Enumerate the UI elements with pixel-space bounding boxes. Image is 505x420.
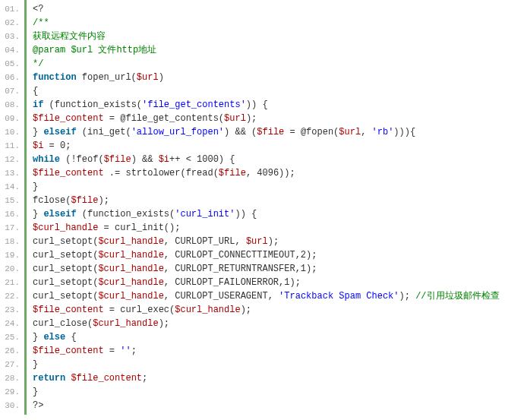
token-kw: elseif — [43, 127, 76, 137]
code-line: } elseif (ini_get('allow_url_fopen') && … — [33, 125, 505, 139]
token-var: $file — [104, 154, 131, 165]
code-line: curl_close($curl_handle); — [33, 317, 505, 330]
code-line: curl_setopt($curl_handle, CURLOPT_FAILON… — [33, 276, 505, 289]
token-plain: curl_setopt( — [33, 291, 98, 302]
line-number: 13. — [0, 166, 24, 180]
token-plain: (ini_get( — [77, 127, 131, 137]
token-plain: ); — [268, 236, 279, 247]
token-plain: ) — [159, 72, 164, 83]
line-number: 17. — [0, 221, 24, 235]
token-var: $file_content — [33, 346, 104, 356]
code-line: if (function_exists('file_get_contents')… — [33, 98, 505, 112]
token-plain: ); — [98, 195, 109, 206]
token-kw: return — [33, 373, 65, 384]
line-number: 27. — [0, 358, 24, 371]
token-kw: if — [33, 99, 43, 110]
line-number: 19. — [0, 248, 24, 262]
line-number: 02. — [0, 16, 24, 30]
line-number: 26. — [0, 344, 24, 358]
code-block: 01.02.03.04.05.06.07.08.09.10.11.12.13.1… — [0, 0, 505, 415]
line-number: 06. — [0, 71, 24, 84]
token-plain: curl_setopt( — [33, 277, 98, 288]
line-number: 22. — [0, 289, 24, 303]
token-plain: = @file_get_contents( — [104, 113, 224, 124]
token-plain: ))){ — [393, 127, 415, 137]
token-plain: ) && ( — [224, 127, 257, 137]
code-line: $file_content = @file_get_contents($url)… — [33, 112, 505, 125]
line-number: 11. — [0, 139, 24, 153]
line-number: 12. — [0, 153, 24, 166]
code-line: $file_content = ''; — [33, 344, 505, 358]
token-plain: fclose( — [33, 195, 71, 206]
token-plain: , CURLOPT_CONNECTTIMEOUT,2); — [164, 250, 317, 261]
token-plain: = — [104, 346, 121, 356]
token-plain: } — [33, 182, 38, 192]
code-line: } — [33, 180, 505, 194]
code-line: fclose($file); — [33, 194, 505, 207]
code-line: curl_setopt($curl_handle, CURLOPT_URL, $… — [33, 235, 505, 248]
token-var: $file_content — [33, 113, 104, 124]
token-com: @param $url 文件http地址 — [33, 45, 156, 55]
token-plain: = curl_exec( — [104, 305, 175, 315]
token-plain: ; — [142, 373, 147, 384]
token-plain: } — [33, 332, 43, 343]
code-line: $curl_handle = curl_init(); — [33, 221, 505, 235]
token-var: $url — [246, 236, 268, 247]
token-var: $curl_handle — [93, 318, 158, 329]
line-number: 05. — [0, 57, 24, 71]
code-line: curl_setopt($curl_handle, CURLOPT_USERAG… — [33, 289, 505, 303]
line-number: 28. — [0, 371, 24, 385]
line-number: 24. — [0, 317, 24, 330]
line-number: 25. — [0, 330, 24, 344]
token-var: $curl_handle — [33, 223, 98, 233]
code-line: return $file_content; — [33, 371, 505, 385]
line-number: 16. — [0, 207, 24, 221]
token-var: $file — [219, 168, 246, 178]
token-plain: , CURLOPT_USERAGENT, — [164, 291, 279, 302]
token-plain: curl_setopt( — [33, 250, 98, 261]
line-number: 04. — [0, 43, 24, 57]
token-plain: ++ < 1000) { — [169, 154, 235, 165]
token-plain: = curl_init(); — [98, 223, 180, 233]
line-number: 29. — [0, 385, 24, 399]
code-line: $i = 0; — [33, 139, 505, 153]
token-str: 'rb' — [372, 127, 394, 137]
token-kw: while — [33, 154, 60, 165]
line-number-gutter: 01.02.03.04.05.06.07.08.09.10.11.12.13.1… — [0, 0, 27, 415]
code-line: /** — [33, 16, 505, 30]
token-var: $curl_handle — [98, 236, 163, 247]
token-plain: ); — [159, 318, 169, 329]
line-number: 15. — [0, 194, 24, 207]
token-kw: elseif — [43, 209, 76, 219]
token-plain: curl_setopt( — [33, 264, 98, 274]
code-line: <? — [33, 2, 505, 16]
code-area: <?/**获取远程文件内容@param $url 文件http地址*/funct… — [27, 0, 505, 415]
token-str: '' — [120, 346, 131, 356]
line-number: 21. — [0, 276, 24, 289]
code-line: $file_content = curl_exec($curl_handle); — [33, 303, 505, 317]
token-var: $file_content — [33, 305, 104, 315]
token-var: $i — [33, 141, 43, 151]
line-number: 08. — [0, 98, 24, 112]
token-plain: { — [33, 86, 38, 96]
token-plain: ); — [399, 291, 416, 302]
code-line: while (!feof($file) && $i++ < 1000) { — [33, 153, 505, 166]
token-plain: curl_setopt( — [33, 236, 98, 247]
token-str: 'allow_url_fopen' — [131, 127, 224, 137]
code-line: } — [33, 385, 505, 399]
token-com: //引用垃圾邮件检查 — [415, 291, 499, 302]
code-line: { — [33, 84, 505, 98]
token-var: $url — [224, 113, 246, 124]
token-plain: ) && — [131, 154, 159, 165]
token-var: $i — [159, 154, 169, 165]
line-number: 30. — [0, 399, 24, 412]
code-line: curl_setopt($curl_handle, CURLOPT_CONNEC… — [33, 248, 505, 262]
code-line: 获取远程文件内容 — [33, 30, 505, 43]
token-kw: else — [43, 332, 65, 343]
token-plain: , CURLOPT_RETURNTRANSFER,1); — [164, 264, 317, 274]
token-com: /** — [33, 17, 49, 28]
line-number: 18. — [0, 235, 24, 248]
token-plain: , 4096)); — [246, 168, 295, 178]
token-plain: (function_exists( — [77, 209, 175, 219]
token-plain: (!feof( — [60, 154, 104, 165]
